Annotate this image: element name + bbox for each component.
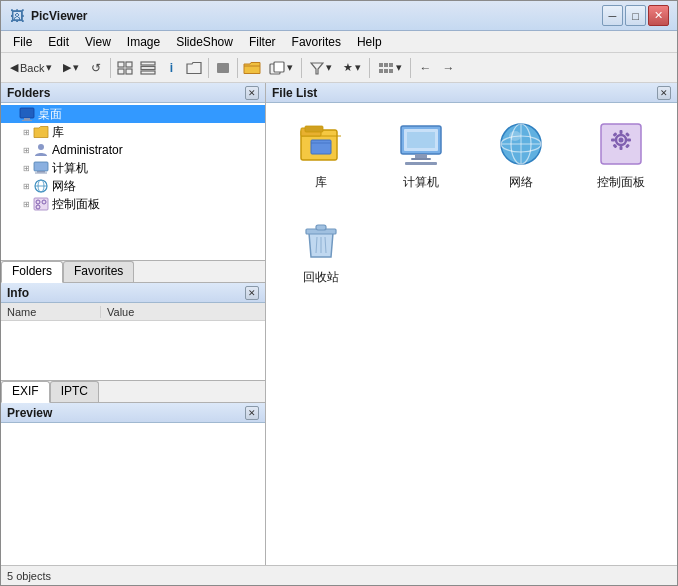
- menu-favorites[interactable]: Favorites: [284, 33, 349, 51]
- svg-rect-9: [274, 62, 284, 72]
- list-view-button[interactable]: [137, 57, 159, 79]
- file-list-close-button[interactable]: ✕: [657, 86, 671, 100]
- info-table: Name Value: [1, 303, 265, 380]
- separator-5: [369, 58, 370, 78]
- tab-iptc[interactable]: IPTC: [50, 381, 99, 402]
- tree-item-network[interactable]: ⊞ 网络: [1, 177, 265, 195]
- forward-button[interactable]: ▶ ▾: [58, 58, 84, 77]
- info-tabs: EXIF IPTC: [1, 380, 265, 402]
- svg-rect-38: [415, 154, 427, 158]
- tree-label-network: 网络: [52, 178, 76, 195]
- star-icon: ★: [343, 61, 353, 74]
- file-item-network[interactable]: 网络: [476, 113, 566, 198]
- info-close-button[interactable]: ✕: [245, 286, 259, 300]
- file-name-computer: 计算机: [403, 174, 439, 191]
- info-col-value: Value: [101, 306, 265, 318]
- back-arrow-icon: ◀: [10, 61, 18, 74]
- separator-4: [301, 58, 302, 78]
- copy-button[interactable]: ▾: [264, 58, 298, 78]
- info-header: Name Value: [1, 303, 265, 321]
- preview-close-button[interactable]: ✕: [245, 406, 259, 420]
- tree-item-controlpanel[interactable]: ⊞ 控制面板: [1, 195, 265, 213]
- svg-rect-2: [118, 69, 124, 74]
- tab-exif[interactable]: EXIF: [1, 381, 50, 403]
- folders-panel-header: Folders ✕: [1, 83, 265, 103]
- svg-rect-16: [389, 69, 393, 73]
- sort-button[interactable]: ★ ▾: [338, 58, 366, 77]
- tab-favorites[interactable]: Favorites: [63, 261, 134, 282]
- svg-rect-17: [20, 108, 34, 118]
- preview-content: [1, 423, 265, 565]
- file-name-controlpanel: 控制面板: [597, 174, 645, 191]
- minimize-button[interactable]: ─: [602, 5, 623, 26]
- menu-slideshow[interactable]: SlideShow: [168, 33, 241, 51]
- view-button[interactable]: ▾: [373, 58, 407, 77]
- tree-item-computer[interactable]: ⊞ 计算机: [1, 159, 265, 177]
- file-item-recycle[interactable]: 回收站: [276, 208, 366, 293]
- svg-rect-23: [35, 173, 47, 174]
- svg-rect-18: [24, 118, 30, 120]
- folders-close-button[interactable]: ✕: [245, 86, 259, 100]
- svg-rect-15: [384, 69, 388, 73]
- prev-button[interactable]: ←: [414, 57, 436, 79]
- expand-icon-admin: ⊞: [19, 143, 33, 157]
- filter-dropdown: ▾: [326, 61, 332, 74]
- controlpanel-file-icon: [597, 120, 645, 168]
- svg-point-49: [619, 138, 624, 143]
- preview-panel-header: Preview ✕: [1, 403, 265, 423]
- refresh-button[interactable]: ↺: [85, 57, 107, 79]
- tree-item-administrator[interactable]: ⊞ Administrator: [1, 141, 265, 159]
- menu-filter[interactable]: Filter: [241, 33, 284, 51]
- svg-rect-7: [217, 63, 229, 73]
- svg-point-20: [38, 144, 44, 150]
- library-icon: [33, 124, 49, 140]
- expand-icon-library: ⊞: [19, 125, 33, 139]
- svg-rect-33: [305, 126, 323, 132]
- preview-panel: Preview ✕: [1, 403, 265, 565]
- folder-button[interactable]: [183, 57, 205, 79]
- file-name-recycle: 回收站: [303, 269, 339, 286]
- menu-edit[interactable]: Edit: [40, 33, 77, 51]
- expand-icon-ctrl: ⊞: [19, 197, 33, 211]
- folder-open-button[interactable]: [241, 57, 263, 79]
- file-list-header: File List ✕: [266, 83, 677, 103]
- fullscreen-button[interactable]: [212, 57, 234, 79]
- menu-view[interactable]: View: [77, 33, 119, 51]
- toolbar: ◀ Back ▾ ▶ ▾ ↺ i ▾: [1, 53, 677, 83]
- file-item-computer[interactable]: 计算机: [376, 113, 466, 198]
- file-list-content: 库: [266, 103, 677, 565]
- maximize-button[interactable]: □: [625, 5, 646, 26]
- folders-tree[interactable]: 桌面 ⊞ 库 ⊞: [1, 103, 265, 260]
- info-panel: Info ✕ Name Value EXIF IPTC: [1, 283, 265, 403]
- menu-bar: File Edit View Image SlideShow Filter Fa…: [1, 31, 677, 53]
- separator-2: [208, 58, 209, 78]
- tree-item-desktop[interactable]: 桌面: [1, 105, 265, 123]
- file-name-network: 网络: [509, 174, 533, 191]
- back-button[interactable]: ◀ Back ▾: [5, 58, 57, 77]
- expand-icon: [5, 107, 19, 121]
- status-bar: 5 objects: [1, 565, 677, 585]
- close-button[interactable]: ✕: [648, 5, 669, 26]
- folder-tabs: Folders Favorites: [1, 260, 265, 282]
- tab-folders[interactable]: Folders: [1, 261, 63, 283]
- info-button[interactable]: i: [160, 57, 182, 79]
- filter-button[interactable]: ▾: [305, 58, 337, 78]
- svg-point-46: [509, 131, 521, 141]
- svg-rect-59: [316, 225, 326, 230]
- svg-rect-39: [411, 158, 431, 160]
- thumbnails-view-button[interactable]: [114, 57, 136, 79]
- menu-file[interactable]: File: [5, 33, 40, 51]
- separator-3: [237, 58, 238, 78]
- folders-title: Folders: [7, 86, 50, 100]
- right-panel: File List ✕: [266, 83, 677, 565]
- tree-item-library[interactable]: ⊞ 库: [1, 123, 265, 141]
- menu-image[interactable]: Image: [119, 33, 168, 51]
- svg-rect-52: [611, 139, 615, 142]
- main-content: Folders ✕ 桌面 ⊞: [1, 83, 677, 565]
- menu-help[interactable]: Help: [349, 33, 390, 51]
- next-button[interactable]: →: [437, 57, 459, 79]
- svg-rect-51: [620, 146, 623, 150]
- file-item-library[interactable]: 库: [276, 113, 366, 198]
- file-item-controlpanel[interactable]: 控制面板: [576, 113, 666, 198]
- svg-rect-6: [141, 71, 155, 74]
